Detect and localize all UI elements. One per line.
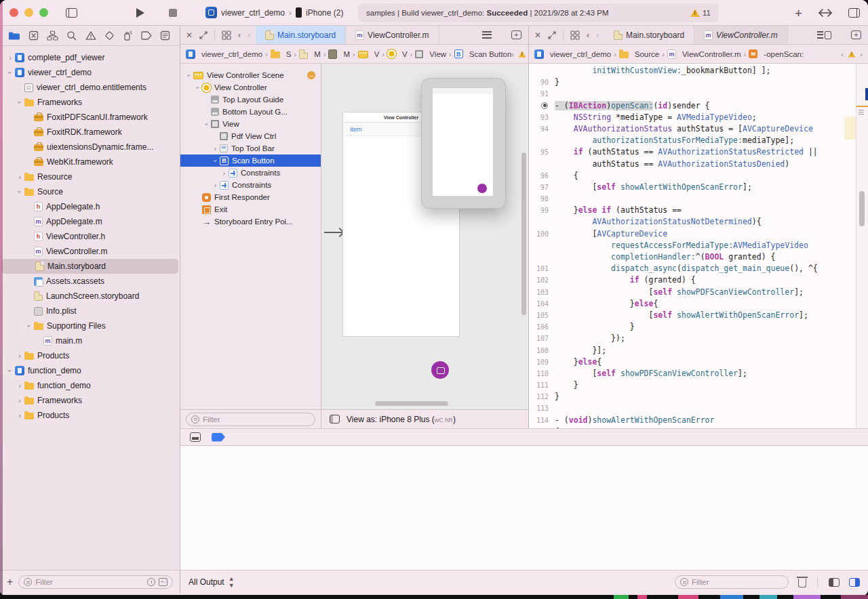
file-tree-item[interactable]: Main.storyboard	[1, 259, 178, 274]
outline-item[interactable]: Bottom Layout G...	[180, 106, 321, 118]
next-issue-icon[interactable]: ›	[860, 50, 863, 58]
jump-bar-segment[interactable]: V	[387, 49, 408, 58]
related-items-icon[interactable]	[570, 30, 580, 40]
disclosure-triangle[interactable]: ›	[24, 322, 34, 330]
run-button[interactable]	[131, 4, 150, 22]
file-tree-item[interactable]: ›viewer_ctrl_demo	[0, 65, 180, 80]
project-navigator-icon[interactable]	[8, 31, 20, 41]
ibaction-connector-well[interactable]	[529, 100, 555, 112]
forward-button[interactable]: ›	[248, 30, 250, 40]
previous-issue-icon[interactable]: ‹	[511, 50, 514, 58]
file-tree-item[interactable]: FoxitPDFScanUI.framework	[0, 110, 180, 125]
outline-item[interactable]: ›View Controller Scene→	[180, 69, 321, 81]
file-tree-item[interactable]: ›Resource	[0, 169, 180, 184]
code-line[interactable]: 102 if (granted) {	[529, 274, 856, 286]
add-editor-icon[interactable]: +	[851, 30, 861, 39]
code-line[interactable]: 99 }else if (authStatus ==	[529, 205, 856, 216]
file-tree-item[interactable]: FoxitRDK.framework	[0, 125, 180, 140]
outline-item[interactable]: ›Constraints	[180, 167, 321, 179]
code-line[interactable]: - (IBAction)openScan:(id)sender {	[529, 100, 856, 112]
disclosure-triangle[interactable]: ›	[202, 121, 211, 128]
disclosure-triangle[interactable]: ›	[193, 84, 202, 91]
stop-button[interactable]	[163, 4, 182, 22]
related-items-icon[interactable]	[222, 30, 231, 40]
outline-item[interactable]: ›Constraints	[180, 179, 321, 191]
close-editor-icon[interactable]: ✕	[534, 30, 541, 40]
file-tree-item[interactable]: WebKit.framework	[0, 154, 180, 169]
file-tree-item[interactable]: ›function_demo	[0, 363, 180, 378]
jump-bar-segment[interactable]: mViewController.m	[667, 49, 741, 59]
file-tree-item[interactable]: ›Frameworks	[0, 95, 180, 110]
find-navigator-icon[interactable]	[66, 30, 77, 41]
outline-item[interactable]: →Storyboard Entry Poi...	[180, 215, 321, 228]
forward-button[interactable]: ›	[596, 30, 599, 40]
file-tree-item[interactable]: Info.plist	[0, 304, 180, 318]
code-line[interactable]: AVAuthorizationStatusNotDetermined){	[529, 216, 856, 228]
disclosure-triangle[interactable]: ›	[15, 352, 24, 360]
disclosure-triangle[interactable]: ›	[15, 173, 24, 181]
editor-options-icon[interactable]	[482, 31, 492, 39]
editor-tab[interactable]: Main.storyboard	[256, 26, 346, 44]
code-line[interactable]: 96 {	[529, 170, 856, 182]
code-line[interactable]: 109 }else{	[529, 356, 856, 368]
source-control-status-icon[interactable]: +-	[159, 578, 167, 586]
file-tree-item[interactable]: ›complete_pdf_viewer	[0, 50, 180, 65]
code-line[interactable]: completionHandler:^(BOOL granted) {	[529, 251, 856, 263]
disclosure-triangle[interactable]: ›	[15, 381, 24, 390]
code-line[interactable]: 111 }	[529, 379, 856, 391]
enlarge-editor-icon[interactable]	[548, 31, 556, 39]
navigator-filter-field[interactable]: Filter +-	[18, 575, 173, 589]
library-add-button[interactable]: +	[795, 7, 802, 20]
code-line[interactable]: 93 NSString *mediaType = AVMediaTypeVide…	[529, 112, 856, 123]
console-scope-selector[interactable]: All Output	[189, 577, 224, 587]
warning-count-badge[interactable]: 11	[690, 9, 711, 17]
code-line[interactable]: authorizationStatusForMediaType:mediaTyp…	[529, 135, 856, 146]
code-line[interactable]: 113	[529, 402, 856, 414]
code-line[interactable]: 94 AVAuthorizationStatus authStatus = [A…	[529, 123, 856, 135]
close-window-button[interactable]	[9, 8, 18, 17]
back-button[interactable]: ‹	[587, 30, 589, 40]
code-line[interactable]: 115{	[529, 426, 856, 428]
editor-tab[interactable]: mViewController.m	[694, 26, 788, 44]
debug-navigator-icon[interactable]	[123, 30, 132, 41]
file-tree-item[interactable]: mAppDelegate.m	[0, 214, 180, 229]
view-as-label[interactable]: View as: iPhone 8 Plus (wC hR)	[347, 415, 456, 424]
jump-bar-segment[interactable]: BScan Button	[454, 49, 512, 58]
code-line[interactable]: 114- (void)showAlertWithOpenScanError	[529, 415, 856, 426]
canvas-horizontal-scrollbar[interactable]	[375, 401, 448, 406]
toggle-outline-icon[interactable]	[330, 415, 340, 424]
code-line[interactable]: 110 [self showPDFScanViewController];	[529, 368, 856, 379]
file-tree-item[interactable]: ›function_demo	[0, 378, 180, 393]
code-line[interactable]: 106 }	[529, 321, 856, 333]
outline-item[interactable]: Exit	[180, 203, 321, 215]
file-tree-item[interactable]: ›Products	[0, 348, 180, 363]
disclosure-triangle[interactable]: ›	[15, 188, 24, 196]
file-tree-item[interactable]: hViewController.h	[0, 229, 180, 244]
disclosure-triangle[interactable]: ›	[211, 182, 220, 189]
debug-console[interactable]	[180, 446, 868, 570]
toggle-inspectors-button[interactable]	[848, 8, 860, 18]
console-filter-field[interactable]: Filter	[675, 575, 789, 589]
outline-item[interactable]: ›View Controller	[180, 81, 321, 94]
file-tree-item[interactable]: LaunchScreen.storyboard	[0, 289, 180, 304]
disclosure-triangle[interactable]: ›	[220, 169, 229, 177]
symbol-navigator-icon[interactable]	[47, 30, 58, 41]
back-button[interactable]: ‹	[238, 30, 241, 40]
hide-debug-area-icon[interactable]	[190, 432, 201, 442]
jump-bar-segment[interactable]: viewer_ctrl_demo	[534, 49, 611, 59]
file-tree-item[interactable]: ›Frameworks	[0, 393, 180, 408]
outline-filter-field[interactable]: Filter	[186, 413, 315, 426]
code-minimap[interactable]	[856, 64, 868, 428]
file-tree-item[interactable]: ›Supporting Files	[0, 318, 180, 333]
code-line[interactable]: 104 }else{	[529, 298, 856, 310]
editor-options-icon[interactable]	[817, 31, 831, 39]
code-line[interactable]: 97 [self showAlertWithOpenScanError];	[529, 182, 856, 193]
file-tree-item[interactable]: mViewController.m	[0, 244, 180, 259]
outline-item[interactable]: First Responder	[180, 191, 321, 203]
canvas-vertical-scrollbar[interactable]	[521, 152, 526, 315]
disclosure-triangle[interactable]: ›	[15, 411, 24, 419]
minimize-window-button[interactable]	[24, 8, 33, 17]
jump-bar-segment[interactable]: S	[271, 50, 292, 58]
disclosure-triangle[interactable]: ›	[5, 54, 15, 62]
scene-connection-icon[interactable]: →	[307, 71, 315, 79]
